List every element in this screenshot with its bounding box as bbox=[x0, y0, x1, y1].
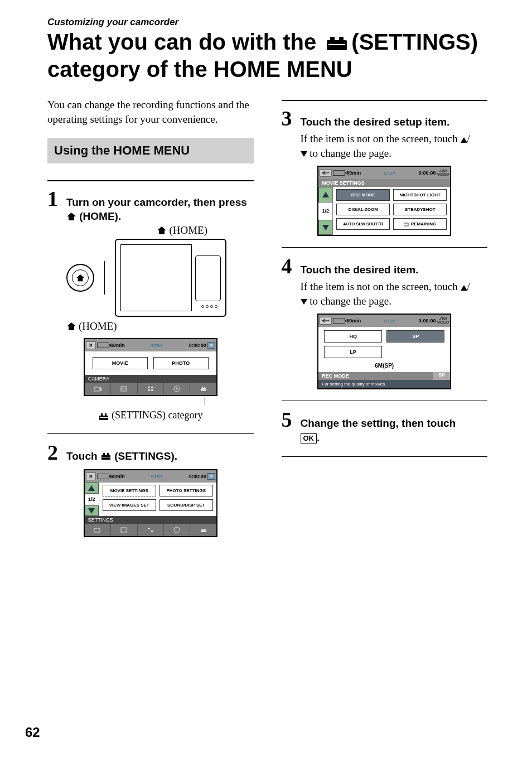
hq-button[interactable]: HQ bbox=[324, 330, 382, 343]
home-label-bottom-text: (HOME) bbox=[79, 320, 117, 332]
sound-disp-button[interactable]: SOUND/DISP SET bbox=[159, 499, 213, 511]
battery-icon bbox=[97, 474, 109, 479]
photo-button[interactable]: PHOTO bbox=[153, 357, 209, 369]
close-icon[interactable]: ✕ bbox=[86, 472, 96, 480]
svg-rect-3 bbox=[328, 44, 345, 45]
cat-settings-icon[interactable] bbox=[190, 524, 216, 536]
svg-rect-2 bbox=[339, 37, 344, 41]
breadcrumb: Customizing your camcorder bbox=[47, 17, 487, 28]
step4-desc-a: If the item is not on the screen, touch bbox=[301, 281, 461, 292]
back-icon[interactable] bbox=[320, 317, 332, 325]
svg-rect-23 bbox=[94, 528, 100, 532]
home-label-top-text: (HOME) bbox=[169, 224, 207, 237]
svg-rect-22 bbox=[102, 457, 110, 457]
step-5: 5 Change the setting, then touch OK. bbox=[282, 409, 488, 445]
lcd1-category-label: CAMERA bbox=[85, 375, 216, 383]
lcd-settings-list: ✕ 60min STBY 0:00:00 ? 1/2 bbox=[84, 469, 217, 537]
lcd3-batt: 60min bbox=[346, 170, 361, 176]
lcd-movie-settings: 60min STBY 0:00:00 -RW VIDEO MOVIE SETTI… bbox=[317, 166, 451, 236]
photo-settings-button[interactable]: PHOTO SETTINGS bbox=[159, 485, 213, 496]
close-icon[interactable]: ✕ bbox=[86, 341, 96, 349]
home-label-top: (HOME) bbox=[157, 224, 207, 237]
lcd4-mid: 6M(SP) bbox=[318, 361, 450, 372]
step3-desc: If the item is not on the screen, touch … bbox=[301, 132, 488, 160]
back-icon[interactable] bbox=[320, 169, 332, 177]
auto-slow-shutter-button[interactable]: AUTO SLW SHUTTR bbox=[336, 218, 390, 230]
svg-rect-28 bbox=[201, 529, 206, 532]
nightshot-button[interactable]: NIGHTSHOT LIGHT bbox=[393, 189, 447, 201]
svg-rect-16 bbox=[101, 413, 103, 416]
step-text: Turn on your camcorder, then press (HOME… bbox=[66, 195, 254, 224]
movie-button[interactable]: MOVIE bbox=[93, 357, 148, 369]
svg-rect-25 bbox=[148, 528, 150, 529]
remaining-button[interactable]: REMAINING bbox=[393, 218, 447, 230]
lcd4-footer: For setting tha quality of movies. bbox=[318, 380, 450, 388]
battery-icon bbox=[97, 343, 109, 348]
help-icon[interactable]: ? bbox=[207, 342, 215, 349]
step-3: 3 Touch the desired setup item. If the i… bbox=[282, 108, 488, 236]
step4-desc-b: / bbox=[467, 281, 470, 292]
settings-toolbox-icon bbox=[325, 31, 349, 56]
page-up-button[interactable] bbox=[318, 187, 332, 202]
lcd2-batt: 60min bbox=[110, 474, 125, 479]
help-icon[interactable]: ? bbox=[207, 473, 215, 480]
down-triangle-icon bbox=[301, 299, 307, 305]
up-triangle-icon bbox=[461, 137, 467, 143]
cat-camera-icon[interactable] bbox=[85, 383, 111, 395]
cat-others-icon[interactable] bbox=[138, 524, 164, 536]
lcd1-batt: 60min bbox=[110, 343, 125, 348]
title-part1: What you can do with the bbox=[47, 30, 322, 54]
digital-zoom-button[interactable]: DIGIAL ZOOM bbox=[336, 204, 390, 215]
step-number: 4 bbox=[282, 255, 295, 277]
lcd4-timer: 0:00:00 bbox=[418, 318, 436, 324]
step4-desc: If the item is not on the screen, touch … bbox=[301, 279, 488, 308]
lcd3-header: MOVIE SETTINGS bbox=[318, 179, 450, 187]
step-4: 4 Touch the desired item. If the item is… bbox=[282, 255, 488, 389]
step-text: Touch the desired setup item. bbox=[301, 115, 450, 129]
intro-text: You can change the recording functions a… bbox=[47, 98, 254, 126]
page-title: What you can do with the (SETTINGS) cate… bbox=[47, 29, 487, 82]
cat-others-icon[interactable] bbox=[138, 383, 164, 395]
movie-settings-button[interactable]: MOVIE SETTINGS bbox=[103, 485, 156, 496]
category-bar bbox=[85, 383, 216, 395]
down-triangle-icon bbox=[301, 151, 307, 157]
lcd-home-camera: ✕ 60min STBY 0:00:00 ? MOVIE PHOTO CAMER… bbox=[84, 338, 217, 396]
svg-rect-12 bbox=[201, 388, 206, 391]
page-down-button[interactable] bbox=[85, 505, 99, 517]
page-indicator: 1/2 bbox=[318, 202, 332, 220]
cat-camera-icon[interactable] bbox=[85, 524, 111, 536]
svg-rect-8 bbox=[148, 389, 150, 391]
camcorder-illustration bbox=[115, 239, 226, 317]
settings-toolbox-icon bbox=[100, 450, 112, 464]
lp-button[interactable]: LP bbox=[324, 346, 382, 358]
lcd2-category-label: SETTINGS bbox=[85, 516, 216, 524]
svg-point-11 bbox=[176, 388, 178, 390]
sp-indicator: SP bbox=[433, 372, 450, 380]
divider bbox=[282, 100, 488, 101]
lcd4-stby: STBY bbox=[384, 319, 395, 324]
category-bar bbox=[85, 524, 216, 536]
page-up-button[interactable] bbox=[85, 483, 99, 494]
cat-disc-icon[interactable] bbox=[164, 383, 190, 395]
svg-rect-7 bbox=[151, 387, 153, 388]
cat-settings-icon[interactable] bbox=[190, 383, 216, 395]
step2-text-b: (SETTINGS). bbox=[112, 450, 177, 462]
step-text: Touch the desired item. bbox=[301, 263, 419, 277]
settings-category-caption: (SETTINGS) category bbox=[47, 409, 254, 422]
step-number: 5 bbox=[282, 409, 295, 430]
cat-view-icon[interactable] bbox=[111, 524, 137, 536]
steadyshot-button[interactable]: STEADYSHOT bbox=[393, 204, 447, 215]
svg-rect-24 bbox=[121, 528, 127, 532]
rec-mode-label: REC MODE bbox=[318, 372, 433, 380]
lcd4-batt: 60min bbox=[346, 318, 361, 324]
page-down-button[interactable] bbox=[318, 220, 332, 235]
view-images-button[interactable]: VIEW IMAGES SET bbox=[103, 499, 156, 511]
sp-button[interactable]: SP bbox=[386, 330, 444, 343]
cat-view-icon[interactable] bbox=[111, 383, 137, 395]
svg-rect-21 bbox=[107, 453, 109, 455]
cat-disc-icon[interactable] bbox=[164, 524, 190, 536]
lcd1-stby: STBY bbox=[151, 343, 163, 348]
svg-rect-4 bbox=[94, 387, 100, 391]
step2-text-a: Touch bbox=[66, 450, 100, 462]
rec-mode-button[interactable]: REC MODE bbox=[336, 189, 390, 201]
